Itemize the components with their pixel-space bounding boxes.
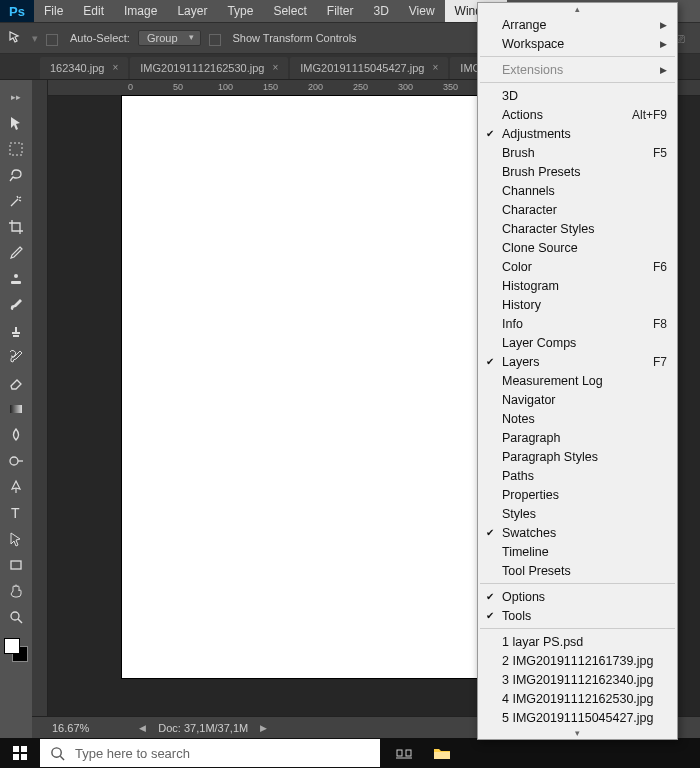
close-icon[interactable]: × bbox=[272, 57, 278, 79]
menu-item-workspace[interactable]: Workspace▶ bbox=[478, 34, 677, 53]
menu-item-channels[interactable]: Channels bbox=[478, 181, 677, 200]
menu-item-notes[interactable]: Notes bbox=[478, 409, 677, 428]
menu-item-paragraph[interactable]: Paragraph bbox=[478, 428, 677, 447]
lasso-tool[interactable] bbox=[3, 162, 29, 188]
menu-item-3-img20191112162340-jpg[interactable]: 3 IMG20191112162340.jpg bbox=[478, 670, 677, 689]
menu-select[interactable]: Select bbox=[263, 0, 316, 22]
type-tool[interactable]: T bbox=[3, 500, 29, 526]
check-icon: ✔ bbox=[486, 591, 494, 602]
magic-wand-tool[interactable] bbox=[3, 188, 29, 214]
canvas[interactable] bbox=[122, 96, 482, 678]
menu-view[interactable]: View bbox=[399, 0, 445, 22]
menu-item-character[interactable]: Character bbox=[478, 200, 677, 219]
menu-item-properties[interactable]: Properties bbox=[478, 485, 677, 504]
menu-item-layers[interactable]: ✔LayersF7 bbox=[478, 352, 677, 371]
menu-item-color[interactable]: ColorF6 bbox=[478, 257, 677, 276]
ruler-tick: 250 bbox=[353, 82, 368, 92]
show-transform-checkbox[interactable] bbox=[209, 34, 221, 46]
menu-item-swatches[interactable]: ✔Swatches bbox=[478, 523, 677, 542]
file-explorer-icon[interactable] bbox=[428, 739, 456, 767]
close-icon[interactable]: × bbox=[432, 57, 438, 79]
crop-tool[interactable] bbox=[3, 214, 29, 240]
menu-item-layer-comps[interactable]: Layer Comps bbox=[478, 333, 677, 352]
shortcut-label: Alt+F9 bbox=[632, 108, 667, 122]
eyedropper-tool[interactable] bbox=[3, 240, 29, 266]
menu-item-timeline[interactable]: Timeline bbox=[478, 542, 677, 561]
start-button[interactable] bbox=[0, 738, 40, 768]
brush-tool[interactable] bbox=[3, 292, 29, 318]
eraser-tool[interactable] bbox=[3, 370, 29, 396]
auto-select-checkbox[interactable] bbox=[46, 34, 58, 46]
window-menu-dropdown: ▴ Arrange▶Workspace▶Extensions▶3DActions… bbox=[477, 2, 678, 740]
menu-item-character-styles[interactable]: Character Styles bbox=[478, 219, 677, 238]
menu-scroll-down-icon[interactable]: ▾ bbox=[478, 727, 677, 739]
svg-point-8 bbox=[11, 612, 19, 620]
menu-item-clone-source[interactable]: Clone Source bbox=[478, 238, 677, 257]
status-prev-icon[interactable]: ◀ bbox=[139, 723, 146, 733]
document-tab[interactable]: IMG20191112162530.jpg× bbox=[130, 57, 288, 79]
menu-edit[interactable]: Edit bbox=[73, 0, 114, 22]
path-select-tool[interactable] bbox=[3, 526, 29, 552]
history-brush-tool[interactable] bbox=[3, 344, 29, 370]
menu-item-adjustments[interactable]: ✔Adjustments bbox=[478, 124, 677, 143]
close-icon[interactable]: × bbox=[112, 57, 118, 79]
dodge-tool[interactable] bbox=[3, 448, 29, 474]
menu-filter[interactable]: Filter bbox=[317, 0, 364, 22]
menu-item-1-layar-ps-psd[interactable]: 1 layar PS.psd bbox=[478, 632, 677, 651]
hand-tool[interactable] bbox=[3, 578, 29, 604]
status-next-icon[interactable]: ▶ bbox=[260, 723, 267, 733]
move-tool[interactable] bbox=[3, 110, 29, 136]
menu-item-arrange[interactable]: Arrange▶ bbox=[478, 15, 677, 34]
stamp-tool[interactable] bbox=[3, 318, 29, 344]
menu-file[interactable]: File bbox=[34, 0, 73, 22]
svg-rect-11 bbox=[21, 746, 27, 752]
menu-item-histogram[interactable]: Histogram bbox=[478, 276, 677, 295]
task-view-icon[interactable] bbox=[390, 739, 418, 767]
menu-item-5-img20191115045427-jpg[interactable]: 5 IMG20191115045427.jpg bbox=[478, 708, 677, 727]
spot-heal-tool[interactable] bbox=[3, 266, 29, 292]
menu-image[interactable]: Image bbox=[114, 0, 167, 22]
tab-label: 162340.jpg bbox=[50, 57, 104, 79]
check-icon: ✔ bbox=[486, 610, 494, 621]
check-icon: ✔ bbox=[486, 527, 494, 538]
menu-item-paths[interactable]: Paths bbox=[478, 466, 677, 485]
menu-item-history[interactable]: History bbox=[478, 295, 677, 314]
menu-item-brush[interactable]: BrushF5 bbox=[478, 143, 677, 162]
menu-item-navigator[interactable]: Navigator bbox=[478, 390, 677, 409]
toolbar-expand-icon[interactable]: ▸▸ bbox=[3, 84, 29, 110]
rectangle-tool[interactable] bbox=[3, 552, 29, 578]
menu-item-label: Layers bbox=[502, 355, 540, 369]
taskbar-search[interactable]: Type here to search bbox=[40, 739, 380, 767]
blur-tool[interactable] bbox=[3, 422, 29, 448]
menu-item-tool-presets[interactable]: Tool Presets bbox=[478, 561, 677, 580]
menu-item-2-img20191112161739-jpg[interactable]: 2 IMG20191112161739.jpg bbox=[478, 651, 677, 670]
menu-item-label: Brush Presets bbox=[502, 165, 581, 179]
color-swatch[interactable] bbox=[4, 638, 28, 662]
auto-select-mode[interactable]: Group bbox=[138, 30, 201, 46]
foreground-color[interactable] bbox=[4, 638, 20, 654]
menu-3d[interactable]: 3D bbox=[363, 0, 398, 22]
menu-item-tools[interactable]: ✔Tools bbox=[478, 606, 677, 625]
menu-item-info[interactable]: InfoF8 bbox=[478, 314, 677, 333]
menu-item-3d[interactable]: 3D bbox=[478, 86, 677, 105]
menu-layer[interactable]: Layer bbox=[167, 0, 217, 22]
menu-item-label: Tools bbox=[502, 609, 531, 623]
marquee-tool[interactable] bbox=[3, 136, 29, 162]
menu-scroll-up-icon[interactable]: ▴ bbox=[478, 3, 677, 15]
menu-item-label: Arrange bbox=[502, 18, 546, 32]
menu-item-4-img20191112162530-jpg[interactable]: 4 IMG20191112162530.jpg bbox=[478, 689, 677, 708]
menu-item-actions[interactable]: ActionsAlt+F9 bbox=[478, 105, 677, 124]
zoom-level[interactable]: 16.67% bbox=[52, 722, 89, 734]
menu-item-brush-presets[interactable]: Brush Presets bbox=[478, 162, 677, 181]
menu-item-styles[interactable]: Styles bbox=[478, 504, 677, 523]
pen-tool[interactable] bbox=[3, 474, 29, 500]
menu-item-measurement-log[interactable]: Measurement Log bbox=[478, 371, 677, 390]
document-tab[interactable]: 162340.jpg× bbox=[40, 57, 128, 79]
menu-item-options[interactable]: ✔Options bbox=[478, 587, 677, 606]
shortcut-label: F5 bbox=[653, 146, 667, 160]
document-tab[interactable]: IMG20191115045427.jpg× bbox=[290, 57, 448, 79]
menu-item-paragraph-styles[interactable]: Paragraph Styles bbox=[478, 447, 677, 466]
zoom-tool[interactable] bbox=[3, 604, 29, 630]
gradient-tool[interactable] bbox=[3, 396, 29, 422]
menu-type[interactable]: Type bbox=[217, 0, 263, 22]
